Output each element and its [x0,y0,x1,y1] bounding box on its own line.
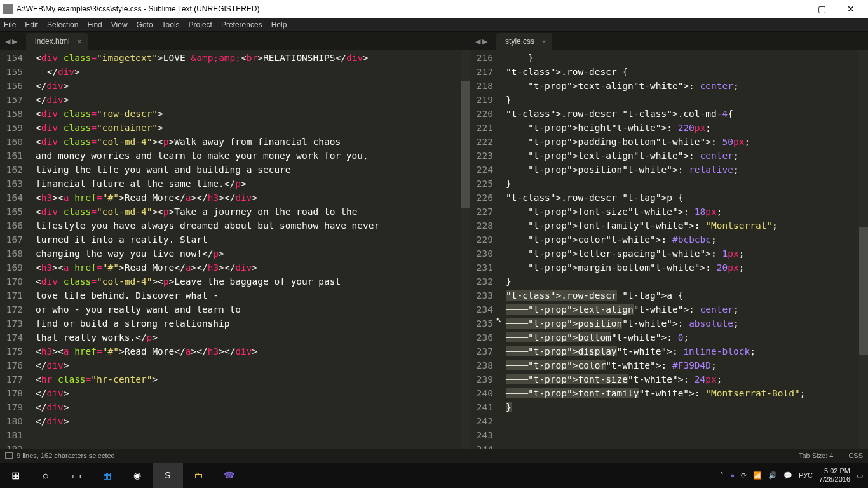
tab-arrows-right[interactable]: ◀ ▶ [470,37,492,50]
minimap-thumb[interactable] [461,81,470,208]
menu-preferences[interactable]: Preferences [221,20,262,29]
status-syntax[interactable]: CSS [848,452,863,459]
line-gutter: 2162172182192202212222232242252262272282… [470,50,498,456]
tray-app-icon[interactable]: ● [730,471,735,479]
menu-view[interactable]: View [111,20,128,29]
editor-pane-right[interactable]: 2162172182192202212222232242252262272282… [470,50,868,463]
minimap[interactable] [859,50,868,463]
tray-time: 5:02 PM [819,467,850,475]
minimize-button[interactable]: — [778,0,807,18]
status-tab-size[interactable]: Tab Size: 4 [799,452,833,459]
code-area[interactable]: }"t-class">.row-descr { "t-prop">text-al… [506,51,858,414]
taskbar-app-viber[interactable]: ☎ [214,463,244,488]
close-tab-icon[interactable]: × [78,38,81,45]
line-gutter: 1541551561571581591601611621631641651661… [0,50,28,456]
tray-date: 7/28/2016 [819,475,850,484]
tray-sync-icon[interactable]: ⟳ [741,471,747,480]
window-controls: — ▢ ✕ [778,0,865,18]
status-selection: 9 lines, 162 characters selected [17,452,115,459]
tray-chevron-up-icon[interactable]: ˄ [720,471,724,480]
tab-style-css[interactable]: style.css × [496,33,552,50]
tray-clock[interactable]: 5:02 PM 7/28/2016 [819,467,850,484]
search-icon[interactable]: ⌕ [31,463,61,488]
window-title-bar: A:\WEB\My examples\3\css\style.css - Sub… [0,0,868,18]
taskbar-app-explorer[interactable]: 🗀 [183,463,214,488]
mouse-cursor-icon: ↖ [496,315,503,325]
menu-project[interactable]: Project [189,20,212,29]
minimap-thumb[interactable] [859,227,868,355]
menu-edit[interactable]: Edit [25,20,38,29]
status-bar: 9 lines, 162 characters selected Tab Siz… [0,449,868,463]
editor-pane-left[interactable]: 1541551561571581591601611621631641651661… [0,50,470,463]
window-title: A:\WEB\My examples\3\css\style.css - Sub… [17,4,778,13]
maximize-button[interactable]: ▢ [807,0,836,18]
tab-index-html[interactable]: index.html × [26,33,88,50]
task-view-icon[interactable]: ▭ [61,463,92,488]
close-button[interactable]: ✕ [836,0,865,18]
status-icon[interactable] [5,452,13,459]
menu-goto[interactable]: Goto [137,20,153,29]
menu-find[interactable]: Find [87,20,102,29]
tab-row-left: ◀ ▶ index.html × [0,32,470,50]
system-tray: ˄ ● ⟳ 📶 🔊 💬 РУС 5:02 PM 7/28/2016 ▭ [720,467,868,484]
tab-label: index.html [35,37,70,46]
tab-row-right: ◀ ▶ style.css × [470,32,868,50]
tray-network-icon[interactable]: 📶 [753,471,762,480]
tray-language[interactable]: РУС [799,471,813,479]
taskbar-app-chrome[interactable]: ◉ [122,463,153,488]
code-area[interactable]: <div class="imagetext">LOVE &amp;amp;<br… [36,51,459,428]
tab-arrows-left[interactable]: ◀ ▶ [0,37,22,50]
taskbar: ⊞ ⌕ ▭ ▦ ◉ S 🗀 ☎ ˄ ● ⟳ 📶 🔊 💬 РУС 5:02 PM … [0,463,868,488]
tab-label: style.css [505,37,534,46]
taskbar-app-sublime[interactable]: S [153,463,183,488]
start-button[interactable]: ⊞ [0,463,31,488]
minimap[interactable] [461,50,470,463]
menu-tools[interactable]: Tools [162,20,180,29]
menu-bar: File Edit Selection Find View Goto Tools… [0,18,868,32]
tray-notif-icon[interactable]: 💬 [783,471,792,480]
menu-selection[interactable]: Selection [47,20,78,29]
tray-volume-icon[interactable]: 🔊 [768,471,777,480]
menu-file[interactable]: File [4,20,16,29]
taskbar-app-trello[interactable]: ▦ [92,463,122,488]
menu-help[interactable]: Help [271,20,287,29]
app-icon [3,4,13,14]
close-tab-icon[interactable]: × [542,38,546,45]
tray-action-center-icon[interactable]: ▭ [857,471,863,480]
